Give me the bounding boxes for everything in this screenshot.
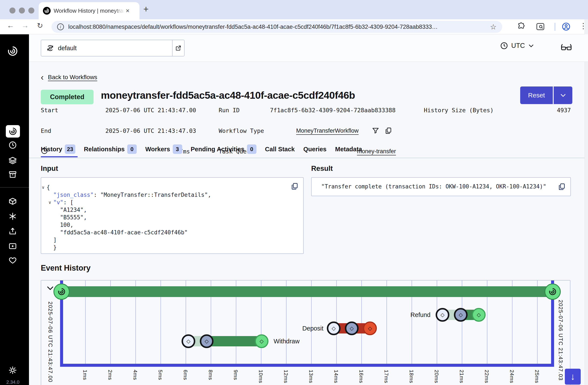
sidebar-item-nexus[interactable] (8, 197, 17, 206)
sidebar-item-schedules[interactable] (8, 141, 17, 149)
namespace-icon (46, 44, 54, 52)
reload-icon[interactable]: ↻ (37, 21, 43, 30)
tab-close-icon[interactable]: × (126, 7, 130, 14)
temporal-logo-icon[interactable] (7, 45, 18, 57)
activity-label-withdraw: Withdraw (273, 337, 300, 346)
deposit-started-node[interactable]: ◇ (345, 321, 358, 335)
tick-label: 9ms (233, 370, 239, 380)
namespace-selector[interactable]: default (41, 40, 185, 56)
scroll-to-bottom-button[interactable]: ↓ (565, 369, 581, 385)
browser-tab[interactable]: Workflow History | moneytran × (39, 2, 140, 19)
sidebar-nav: 2.34.0 (0, 34, 29, 385)
workflow-completed-node[interactable] (545, 283, 561, 300)
workflow-execution-bar[interactable] (62, 286, 553, 297)
sidebar-divider (0, 187, 29, 188)
tick-label: 4ms (132, 370, 138, 380)
sidebar-item-workflows[interactable] (6, 125, 20, 138)
bookmark-star-icon[interactable]: ☆ (490, 22, 497, 31)
refund-started-node[interactable]: ◇ (454, 308, 468, 322)
reset-button[interactable]: Reset (520, 86, 553, 104)
extensions-puzzle-icon[interactable] (517, 22, 526, 31)
new-tab-button[interactable]: + (143, 5, 149, 14)
browser-toolbar: ← → ↻ i localhost:8080/namespaces/defaul… (0, 19, 588, 34)
theme-toggle-sun-icon[interactable] (8, 366, 17, 374)
input-json[interactable]: ∨{ "json_class": "MoneyTransfer::Transfe… (46, 184, 211, 251)
namespace-name: default (58, 45, 172, 52)
detail-tabs: History 23 Relationships 0 Workers 3 Pen… (41, 144, 362, 154)
timezone-selector[interactable]: UTC (500, 42, 534, 50)
forward-icon[interactable]: → (21, 21, 29, 30)
window-minimize-button[interactable] (19, 7, 25, 14)
tabs-divider (29, 158, 585, 158)
run-id-value: 7f1ac8f5-6b32-4309-9204-728aab833388 (270, 107, 396, 113)
withdraw-scheduled-node[interactable]: ◇ (182, 334, 195, 348)
sidebar-item-batch-operations[interactable] (8, 212, 17, 221)
app-header: default UTC (29, 34, 588, 62)
filter-funnel-icon[interactable] (372, 127, 379, 134)
tick-label: 14ms (333, 370, 339, 383)
deposit-scheduled-node[interactable]: ◇ (327, 321, 340, 335)
deposit-failed-node[interactable]: ◇ (363, 321, 377, 335)
url-text[interactable]: localhost:8080/namespaces/default/workfl… (68, 24, 487, 30)
tab-call-stack[interactable]: Call Stack (265, 146, 295, 153)
sidebar-item-feedback[interactable] (8, 242, 17, 250)
tab-metadata[interactable]: Metadata (335, 146, 362, 153)
tab-relationships[interactable]: Relationships 0 (84, 144, 137, 154)
labs-glasses-icon[interactable] (561, 43, 572, 51)
sidebar-item-favorites[interactable] (8, 256, 17, 265)
timeline-collapse-chevron-icon[interactable] (46, 284, 54, 292)
window-zoom-button[interactable] (28, 7, 34, 14)
tab-title: Workflow History | moneytran (54, 7, 125, 14)
workflow-type-link[interactable]: MoneyTransferWorkflow (296, 128, 358, 134)
namespace-external-link-icon[interactable] (172, 40, 184, 56)
activity-label-refund: Refund (403, 310, 430, 320)
end-value: 2025-07-06 UTC 21:43:47.03 (105, 128, 196, 134)
withdraw-running-segment[interactable] (207, 336, 262, 346)
page-scrollbar[interactable] (585, 19, 588, 385)
timezone-label: UTC (511, 42, 525, 50)
tab-pending-activities-count: 0 (247, 144, 256, 154)
event-history-timeline[interactable]: Refund ◇ ◇ ◇ Deposit ◇ ◇ ◇ ◇ ◇ ◇ Withdra… (41, 280, 570, 385)
withdraw-started-node[interactable]: ◇ (200, 334, 213, 348)
back-chevron-icon: ‹ (41, 73, 43, 82)
tab-queries[interactable]: Queries (303, 146, 326, 153)
chevron-down-icon (528, 43, 534, 49)
sidebar-item-archive[interactable] (8, 170, 17, 179)
collapse-chevron-icon[interactable]: ∨ (48, 199, 51, 206)
address-bar[interactable]: i localhost:8080/namespaces/default/work… (51, 21, 502, 33)
site-info-icon[interactable]: i (57, 23, 64, 30)
refund-completed-node[interactable]: ◇ (472, 308, 486, 322)
reset-dropdown-button[interactable] (554, 86, 572, 104)
tab-pending-activities[interactable]: Pending Activities 0 (191, 144, 256, 154)
input-heading: Input (41, 164, 58, 172)
collapse-chevron-icon[interactable]: ∨ (42, 184, 44, 191)
tick-label: 6ms (182, 370, 189, 380)
ui-version-label: 2.34.0 (0, 379, 26, 385)
tick-label: 20ms (434, 370, 440, 383)
sidebar-item-import[interactable] (8, 227, 17, 235)
sidebar-item-task-queues[interactable] (8, 156, 17, 165)
browser-chrome: Workflow History | moneytran × + (0, 0, 588, 19)
history-size-label: History Size (Bytes) (424, 107, 494, 113)
profile-avatar-icon[interactable] (561, 22, 571, 31)
input-copy-icon[interactable] (291, 182, 298, 190)
tab-history[interactable]: History 23 (41, 144, 75, 154)
result-copy-icon[interactable] (558, 183, 566, 191)
window-close-button[interactable] (9, 7, 16, 14)
tick-label: 17ms (383, 370, 389, 383)
workflow-started-node[interactable] (53, 283, 70, 300)
tick-label: 5ms (157, 370, 163, 380)
refund-scheduled-node[interactable]: ◇ (436, 308, 449, 322)
withdraw-completed-node[interactable]: ◇ (255, 334, 269, 348)
tab-search-icon[interactable] (536, 22, 545, 31)
back-to-workflows-link[interactable]: Back to Workflows (48, 74, 97, 81)
end-label: End (41, 128, 51, 134)
result-value: "Transfer complete (transaction IDs: OKW… (321, 183, 546, 190)
tick-label: 10ms (258, 370, 264, 383)
start-label: Start (41, 107, 58, 113)
back-icon[interactable]: ← (7, 21, 14, 30)
copy-icon[interactable] (385, 127, 392, 134)
event-history-heading: Event History (41, 263, 91, 273)
tab-workers[interactable]: Workers 3 (145, 144, 182, 154)
temporal-favicon-icon (43, 7, 51, 15)
